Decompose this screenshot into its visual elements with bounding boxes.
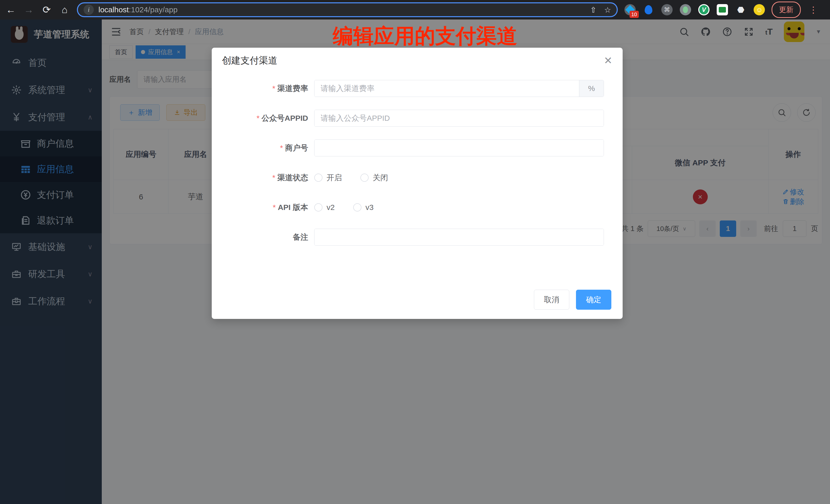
cancel-button[interactable]: 取消 [534,290,569,310]
radio-circle-icon [360,174,369,182]
home-icon[interactable]: ⌂ [59,4,70,15]
radio-circle-icon [314,203,322,212]
radio-circle-icon [314,174,322,182]
field-channel-status: 渠道状态 开启 关闭 [222,169,612,186]
remark-input[interactable] [315,229,604,245]
annotation-text: 编辑应用的支付渠道 [333,23,517,50]
official-appid-input[interactable] [315,110,604,126]
radio-api-v3[interactable]: v3 [353,203,374,212]
merchant-id-input[interactable] [315,140,604,156]
url-host: localhost [98,5,129,14]
create-payment-channel-dialog: 创建支付渠道 ✕ 渠道费率 % 公众号APPID 商户号 [212,48,622,319]
address-bar[interactable]: i localhost:1024/pay/app ⇧ ☆ [77,2,618,17]
browser-menu-icon[interactable]: ⋮ [807,5,819,15]
browser-bar: ← → ⟳ ⌂ i localhost:1024/pay/app ⇧ ☆ 10 … [0,0,830,20]
field-merchant-id: 商户号 [222,139,612,156]
extension-badge: 10 [630,11,639,18]
extension-v-icon[interactable]: V [698,4,709,15]
site-info-icon[interactable]: i [84,5,94,15]
confirm-button[interactable]: 确定 [576,290,611,310]
channel-rate-label: 渠道费率 [222,83,314,94]
radio-api-v2[interactable]: v2 [314,203,335,212]
channel-rate-input[interactable] [315,80,579,97]
extension-tray: 10 ⌘ V ⬣ ☺ [625,4,765,15]
radio-status-closed[interactable]: 关闭 [360,172,388,183]
field-remark: 备注 [222,229,612,246]
merchant-id-label: 商户号 [222,143,314,153]
remark-label: 备注 [222,232,314,243]
field-api-version: API 版本 v2 v3 [222,199,612,216]
radio-status-open[interactable]: 开启 [314,172,342,183]
official-appid-label: 公众号APPID [222,113,314,124]
extension-diamond-icon[interactable]: 10 [625,4,636,15]
profile-avatar-icon[interactable]: ☺ [754,4,765,15]
reload-icon[interactable]: ⟳ [41,4,52,15]
extension-record-icon[interactable] [680,4,691,15]
extension-balloon-icon[interactable] [643,4,654,15]
field-channel-rate: 渠道费率 % [222,80,612,97]
close-icon[interactable]: ✕ [604,55,612,66]
percent-suffix: % [579,80,604,97]
api-version-label: API 版本 [222,202,314,213]
dialog-title: 创建支付渠道 [222,54,277,67]
url-path: :1024/pay/app [129,5,178,14]
extensions-puzzle-icon[interactable]: ⬣ [735,4,746,15]
url-text[interactable]: localhost:1024/pay/app [98,5,585,14]
chrome-update-button[interactable]: 更新 [772,2,801,18]
share-icon[interactable]: ⇧ [590,5,597,14]
forward-icon[interactable]: → [23,4,34,15]
field-official-appid: 公众号APPID [222,110,612,127]
extension-chat-icon[interactable] [717,4,728,15]
channel-status-label: 渠道状态 [222,172,314,183]
bookmark-star-icon[interactable]: ☆ [604,5,611,14]
radio-circle-icon [353,203,361,212]
back-icon[interactable]: ← [5,4,17,15]
extension-command-icon[interactable]: ⌘ [661,4,673,15]
